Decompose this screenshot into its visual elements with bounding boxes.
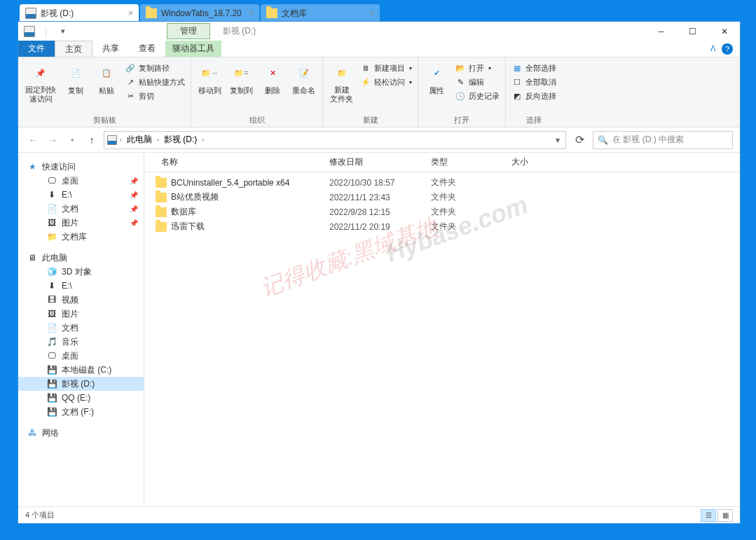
tab-view[interactable]: 查看 [129,41,165,57]
close-icon[interactable]: × [249,8,254,18]
easy-access-icon: ⚡ [360,76,371,88]
window-tab-label: 文档库 [282,8,307,20]
ribbon-group-organize: 📁→移动到 📁=复制到 ✕删除 📝重命名 组织 [191,57,323,127]
sidebar-item-label: 桌面 [62,350,78,362]
file-row[interactable]: B站优质视频2022/11/1 23:43文件夹 [144,190,740,205]
chevron-down-icon: ▾ [488,65,491,71]
breadcrumb-this-pc[interactable]: 此电脑 [125,134,154,146]
tab-file[interactable]: 文件 [18,41,55,57]
file-row[interactable]: BCUninstaller_5.4_portable x642022/10/30… [144,175,740,190]
file-name: 数据库 [171,206,196,218]
edit-button[interactable]: ✎编辑 [453,76,501,88]
navbar: ← → ▾ ↑ › 此电脑 › 影视 (D:) › ▾ ⟳ 🔍 在 影视 (D:… [18,127,740,153]
file-row[interactable]: 迅雷下载2022/11/2 20:19文件夹 [144,219,740,234]
invert-selection-button[interactable]: ◩反向选择 [510,90,558,102]
sidebar-item[interactable]: 💾本地磁盘 (C:) [18,363,144,377]
paste-button[interactable]: 📋 粘贴 [92,60,121,97]
rename-button[interactable]: 📝重命名 [289,60,318,97]
breadcrumb-current[interactable]: 影视 (D:) [162,134,199,146]
ribbon-group-select: ▦全部选择 ☐全部取消 ◩反向选择 选择 [506,57,562,127]
copy-to-button[interactable]: 📁=复制到 [227,60,256,97]
delete-button[interactable]: ✕删除 [259,60,287,97]
history-button[interactable]: 🕓历史记录 [453,90,501,102]
tab-home[interactable]: 主页 [55,41,92,57]
copy-path-button[interactable]: 🔗复制路径 [123,62,186,74]
select-none-button[interactable]: ☐全部取消 [510,76,558,88]
sidebar-item[interactable]: 🖵桌面 [18,349,144,363]
group-label: 剪贴板 [22,113,186,125]
view-details-button[interactable]: ☰ [701,509,716,522]
view-icons-button[interactable]: ▦ [717,509,733,522]
help-icon[interactable]: ? [722,43,733,55]
cut-button[interactable]: ✂剪切 [123,90,186,102]
network-icon: 🖧 [27,427,38,438]
up-button[interactable]: ↑ [84,132,99,148]
chevron-right-icon[interactable]: › [120,137,122,144]
column-header-date[interactable]: 修改日期 [324,156,425,168]
chevron-right-icon[interactable]: › [202,137,204,144]
easy-access-button[interactable]: ⚡轻松访问▾ [359,76,413,88]
close-icon[interactable]: × [369,8,374,18]
search-input[interactable]: 🔍 在 影视 (D:) 中搜索 [593,131,733,149]
sidebar-network[interactable]: 🖧 网络 [18,426,144,440]
sidebar-item-label: 3D 对象 [62,266,92,278]
sidebar-item[interactable]: 🎵音乐 [18,335,144,349]
new-item-button[interactable]: 🗎新建项目▾ [359,62,413,74]
sidebar-item[interactable]: 💾文档 (F:) [18,405,144,419]
move-to-button[interactable]: 📁→移动到 [195,60,224,97]
forward-button[interactable]: → [45,132,60,148]
sidebar-item[interactable]: ⬇E:\📌 [18,188,144,202]
statusbar: 4 个项目 ☰ ▦ [18,506,740,523]
tab-share[interactable]: 共享 [92,41,129,57]
sidebar-quick-access[interactable]: ★ 快速访问 [18,160,144,174]
ribbon-group-clipboard: 📌 固定到快 速访问 📄 复制 📋 粘贴 🔗复制路径 ↗粘贴快捷方式 ✂剪切 剪 [18,57,191,127]
column-header-type[interactable]: 类型 [425,156,506,168]
management-tab[interactable]: 管理 [167,23,210,39]
properties-button[interactable]: ✔属性 [422,60,451,97]
sidebar-item[interactable]: 📄文档📌 [18,202,144,216]
file-row[interactable]: 数据库2022/9/28 12:15文件夹 [144,205,740,219]
sidebar-item[interactable]: 🎞视频 [18,293,144,307]
back-button[interactable]: ← [25,132,41,148]
minimize-button[interactable]: ─ [645,22,677,41]
sidebar-item[interactable]: 🧊3D 对象 [18,265,144,279]
select-all-button[interactable]: ▦全部选择 [510,62,558,74]
close-button[interactable]: ✕ [708,22,740,41]
copy-to-icon: 📁= [231,62,253,84]
sidebar-item[interactable]: 📁文档库 [18,230,144,244]
column-headers: 名称 修改日期 类型 大小 [144,153,740,172]
sidebar-item[interactable]: 💾影视 (D:) [18,377,144,391]
address-dropdown-icon[interactable]: ▾ [556,135,560,145]
window-tab-0[interactable]: 影视 (D:) × [20,4,139,22]
sidebar-item[interactable]: 📄文档 [18,321,144,335]
qat-dropdown-icon[interactable]: ▾ [57,26,69,37]
column-header-name[interactable]: 名称 [156,156,324,168]
drive-icon: 💾 [46,364,57,375]
maximize-button[interactable]: ☐ [677,22,708,41]
chevron-right-icon[interactable]: › [157,137,159,144]
sidebar-item[interactable]: ⬇E:\ [18,279,144,293]
tab-drive-tools[interactable]: 驱动器工具 [165,41,221,57]
copy-button[interactable]: 📄 复制 [62,60,90,97]
new-folder-button[interactable]: 📁新建 文件夹 [327,60,356,105]
sidebar-item-label: 文档 [62,322,78,334]
close-icon[interactable]: × [128,8,133,18]
column-header-size[interactable]: 大小 [506,156,562,168]
music-icon: 🎵 [46,336,57,347]
sidebar-item[interactable]: 🖵桌面📌 [18,174,144,188]
sidebar-item[interactable]: 💾QQ (E:) [18,391,144,405]
refresh-button[interactable]: ⟳ [570,131,589,149]
window-tab-2[interactable]: 文档库 × [261,4,380,22]
pin-quick-access-button[interactable]: 📌 固定到快 速访问 [22,60,59,105]
address-bar[interactable]: › 此电脑 › 影视 (D:) › ▾ [104,131,566,149]
open-button[interactable]: 📂打开▾ [453,62,501,74]
recent-dropdown-icon[interactable]: ▾ [64,132,80,148]
file-list[interactable]: 记得收藏:黑域基地 Hybase.com BCUninstaller_5.4_p… [144,172,740,506]
collapse-ribbon-icon[interactable]: ᐱ [710,44,716,53]
paste-shortcut-button[interactable]: ↗粘贴快捷方式 [123,76,186,88]
sidebar-this-pc[interactable]: 🖥 此电脑 [18,251,144,265]
window-tab-1[interactable]: WindowTabs_18.7.20 × [140,4,259,22]
ribbon-group-new: 📁新建 文件夹 🗎新建项目▾ ⚡轻松访问▾ 新建 [323,57,418,127]
sidebar-item[interactable]: 🖼图片 [18,307,144,321]
sidebar-item[interactable]: 🖼图片📌 [18,216,144,230]
